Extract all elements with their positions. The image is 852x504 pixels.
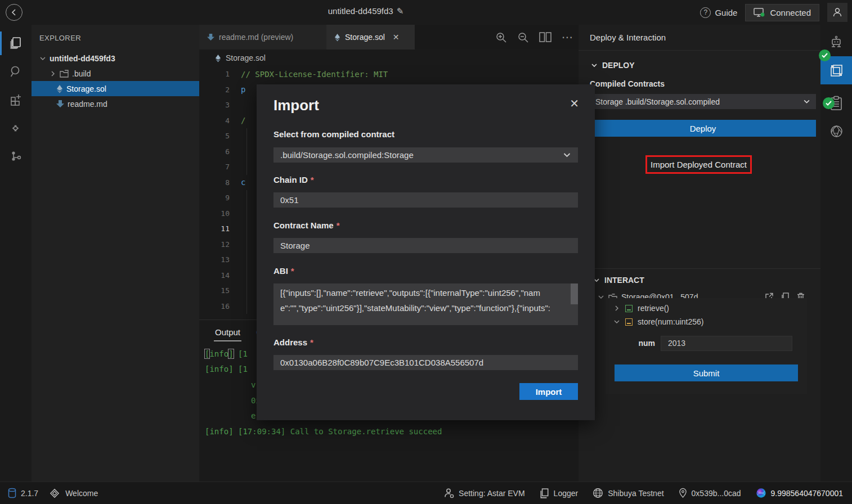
tree-item-build[interactable]: .build xyxy=(32,66,199,81)
line-number: 10 xyxy=(199,209,241,218)
modal-title: Import xyxy=(273,97,319,114)
modal-close-icon[interactable]: ✕ xyxy=(570,97,579,110)
zoom-out-icon xyxy=(517,32,529,43)
tree-item-storage-sol[interactable]: Storage.sol xyxy=(32,81,199,96)
setting-item[interactable]: Setting: Astar EVM xyxy=(444,488,525,498)
deploy-button[interactable]: Deploy xyxy=(590,120,816,137)
abi-textarea[interactable]: [{"inputs":[],"name":"retrieve","outputs… xyxy=(273,284,578,325)
contract-name-input[interactable]: Storage xyxy=(273,238,578,253)
deploy-section-header[interactable]: DEPLOY xyxy=(591,61,635,70)
param-num-input[interactable]: 2013 xyxy=(661,336,792,351)
contract-methods-card: retrieve() store(num:uint256) num 2013 S… xyxy=(606,298,807,394)
tab-label: readme.md (preview) xyxy=(219,33,293,42)
rail-chatgpt[interactable] xyxy=(820,117,852,145)
activity-source-control[interactable] xyxy=(0,142,32,170)
import-deployed-contract-button[interactable]: Import Deployed Contract xyxy=(645,155,752,174)
indent-guide xyxy=(246,252,247,268)
modal-import-button[interactable]: Import xyxy=(519,383,578,400)
method-store[interactable]: store(num:uint256) xyxy=(606,314,807,330)
split-editor-button[interactable] xyxy=(539,32,551,42)
chain-id-input[interactable]: 0x51 xyxy=(273,192,578,208)
files-icon xyxy=(8,36,23,51)
markdown-down-arrow-icon xyxy=(56,100,64,108)
back-button[interactable] xyxy=(6,4,23,21)
method-label: retrieve() xyxy=(638,304,669,313)
chevron-down-icon xyxy=(598,294,604,300)
chevron-down-icon xyxy=(591,62,598,69)
tab-label: Storage.sol xyxy=(345,33,385,42)
chain-id-label: Chain ID* xyxy=(273,175,314,184)
activity-explorer[interactable] xyxy=(0,29,32,57)
check-icon xyxy=(826,101,832,106)
tab-output[interactable]: Output xyxy=(215,327,240,341)
app-window: untitled-dd459fd3✎ ? Guide Connected xyxy=(0,0,852,504)
project-title-text: untitled-dd459fd3 xyxy=(328,6,393,16)
line-number: 3 xyxy=(199,101,241,109)
interact-section-header[interactable]: INTERACT xyxy=(579,276,820,285)
chevron-down-icon xyxy=(803,98,810,105)
method-retrieve[interactable]: retrieve() xyxy=(606,298,807,314)
explorer-header: EXPLORER xyxy=(32,25,199,51)
abi-scrollbar[interactable] xyxy=(571,284,578,304)
edit-title-icon[interactable]: ✎ xyxy=(397,6,404,16)
line-number: 6 xyxy=(199,147,241,156)
zoom-in-button[interactable] xyxy=(495,32,507,43)
line-number: 8 xyxy=(199,178,241,187)
line-number: 16 xyxy=(199,302,241,310)
zoom-out-button[interactable] xyxy=(517,32,529,43)
breadcrumb[interactable]: Storage.sol xyxy=(199,50,579,66)
activity-plugins[interactable] xyxy=(0,86,32,114)
line-number: 12 xyxy=(199,240,241,249)
activity-compile[interactable] xyxy=(0,114,32,142)
setting-label: Setting: Astar EVM xyxy=(459,489,525,498)
git-branch-icon xyxy=(9,149,23,163)
code-text: / xyxy=(241,116,245,125)
compiled-contracts-label: Compiled Contracts xyxy=(590,79,665,88)
tab-bar: readme.md (preview) Storage.sol ✕ ⋯ xyxy=(199,25,579,50)
indent-guide xyxy=(246,144,247,160)
indent-guide xyxy=(246,283,247,299)
database-icon xyxy=(8,488,16,498)
angle-brackets-icon xyxy=(9,121,23,135)
code-line: 1// SPDX-License-Identifier: MIT xyxy=(199,66,579,82)
connected-label: Connected xyxy=(770,8,811,17)
project-title[interactable]: untitled-dd459fd3✎ xyxy=(242,6,490,16)
address-input[interactable]: 0x0130a06B28f0C89b07C9Ec3B101CD038A55650… xyxy=(273,355,578,370)
ethereum-icon xyxy=(215,54,221,62)
version-item[interactable]: 2.1.7 xyxy=(8,488,38,498)
required-asterisk: * xyxy=(310,338,313,347)
location-pin-icon xyxy=(679,488,687,498)
compiled-contracts-select[interactable]: Storage .build/Storage.sol.compiled xyxy=(590,94,816,109)
openai-icon xyxy=(829,124,844,139)
wallet-address-label: 0x539b...0cad xyxy=(692,489,741,498)
activity-search[interactable] xyxy=(0,57,32,86)
more-actions-button[interactable]: ⋯ xyxy=(562,30,573,44)
balance-item[interactable]: 9.998564047670001 xyxy=(756,488,843,498)
write-method-icon xyxy=(625,318,633,326)
connected-button[interactable]: Connected xyxy=(745,4,819,21)
logger-item[interactable]: Logger xyxy=(540,488,579,498)
deploy-section-label: DEPLOY xyxy=(602,61,635,70)
line-number: 11 xyxy=(199,224,241,233)
welcome-item[interactable]: Welcome xyxy=(48,487,98,500)
view-method-icon xyxy=(625,305,633,312)
wallet-address-item[interactable]: 0x539b...0cad xyxy=(679,488,741,498)
tree-root-label: untitled-dd459fd3 xyxy=(50,54,115,63)
tab-storage[interactable]: Storage.sol ✕ xyxy=(326,25,415,50)
tree-root-folder[interactable]: untitled-dd459fd3 xyxy=(32,51,199,66)
indent-guide xyxy=(246,237,247,253)
param-num-label: num xyxy=(606,339,661,348)
network-label: Shibuya Testnet xyxy=(608,489,663,498)
compiled-contract-select[interactable]: .build/Storage.sol.compiled:Storage xyxy=(273,147,578,163)
person-icon xyxy=(832,7,843,18)
tree-item-readme-md[interactable]: readme.md xyxy=(32,96,199,111)
network-item[interactable]: Shibuya Testnet xyxy=(593,488,663,498)
account-avatar[interactable] xyxy=(827,3,847,22)
required-asterisk: * xyxy=(311,175,314,184)
submit-button[interactable]: Submit xyxy=(615,364,798,381)
close-tab-icon[interactable]: ✕ xyxy=(393,33,400,42)
guide-button[interactable]: ? Guide xyxy=(700,7,737,18)
tab-readme[interactable]: readme.md (preview) xyxy=(199,25,326,50)
indent-guide xyxy=(246,221,247,237)
globe-icon xyxy=(593,488,603,498)
